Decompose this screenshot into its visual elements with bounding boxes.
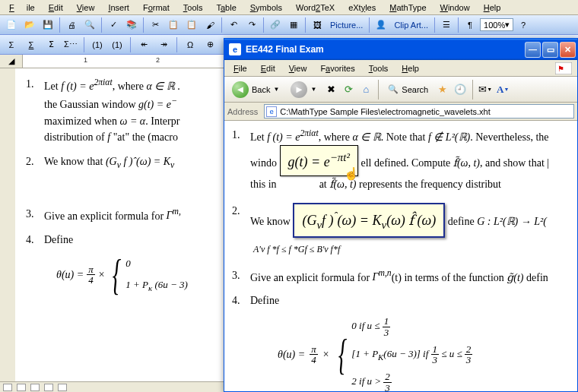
view-web-icon[interactable] (17, 384, 26, 391)
menu-format[interactable]: Format (137, 2, 176, 14)
menu-mathtype[interactable]: MathType (383, 2, 432, 14)
search-button[interactable]: 🔍 Search (383, 80, 433, 100)
ie-menu-help[interactable]: Help (395, 62, 425, 74)
list-item: Let f (t) = e2πiαt, where α ∈ ℝ. Note th… (250, 127, 574, 192)
insert-picture-icon[interactable]: 🖼 (309, 17, 326, 33)
spellcheck-icon[interactable]: ✓ (105, 17, 122, 33)
menu-help[interactable]: Help (478, 2, 507, 14)
address-input[interactable]: e C:\MathType Sample Files\electromagnet… (264, 104, 574, 119)
equation-highlight: (Gνf )ˆ(ω) = Kν(ω) f̂ (ω) (293, 203, 445, 238)
word-standard-toolbar: 📄 📂 💾 🖨 🔍 ✓ 📚 ✂ 📋 📋 🖌 ↶ ↷ 🔗 ▦ 🖼 Picture.… (0, 15, 578, 35)
forward-icon: ► (291, 81, 307, 98)
view-reading-icon[interactable] (58, 384, 67, 391)
hyperlink-icon[interactable]: 🔗 (267, 17, 284, 33)
ie-titlebar[interactable]: e EE442 Final Exam — ▭ ✕ (224, 39, 577, 60)
clipart-label[interactable]: Clip Art... (391, 21, 431, 30)
font-size-icon[interactable]: A▼ (495, 82, 510, 97)
ie-title: EE442 Final Exam (246, 44, 525, 55)
list-number: 1. (26, 76, 44, 146)
menu-word2tex[interactable]: Word2TeX (290, 2, 341, 14)
menu-window[interactable]: Window (434, 2, 476, 14)
new-doc-icon[interactable]: 📄 (3, 17, 20, 33)
close-button[interactable]: ✕ (560, 42, 576, 58)
maximize-button[interactable]: ▭ (542, 42, 558, 58)
ie-menubar: File Edit View Favorites Tools Help ⚑ (224, 60, 577, 77)
prev-eq-icon[interactable]: ↞ (135, 36, 152, 53)
menu-table[interactable]: Table (210, 2, 242, 14)
ie-menu-file[interactable]: File (227, 62, 253, 74)
ie-menu-tools[interactable]: Tools (363, 62, 395, 74)
cut-icon[interactable]: ✂ (147, 17, 164, 33)
menu-tools[interactable]: Tools (177, 2, 209, 14)
ie-toolbar: ◄ Back ▼ ► ▼ ✖ ⟳ ⌂ 🔍 Search ★ 🕘 ✉▼ A▼ (224, 77, 577, 103)
paren11-icon[interactable]: (1) (109, 36, 125, 53)
ie-window: e EE442 Final Exam — ▭ ✕ File Edit View … (224, 38, 578, 392)
favorites-icon[interactable]: ★ (435, 82, 450, 97)
columns-icon[interactable]: ☰ (438, 17, 455, 33)
open-icon[interactable]: 📂 (21, 17, 38, 33)
eq-toggle-icon[interactable]: Ω (182, 36, 198, 53)
list-number: 1. (232, 127, 250, 192)
ie-document[interactable]: 1. Let f (t) = e2πiαt, where α ∈ ℝ. Note… (224, 121, 577, 391)
view-outline-icon[interactable] (44, 384, 53, 391)
undo-icon[interactable]: ↶ (225, 17, 242, 33)
list-number: 2. (232, 203, 250, 257)
save-icon[interactable]: 💾 (40, 17, 56, 33)
forward-button[interactable]: ► ▼ (286, 80, 321, 100)
paste-icon[interactable]: 📋 (183, 17, 200, 33)
address-label: Address (227, 107, 261, 116)
copy-icon[interactable]: 📋 (165, 17, 182, 33)
list-number: 4. (26, 232, 44, 248)
tables-icon[interactable]: ▦ (285, 17, 302, 33)
menu-insert[interactable]: Insert (102, 2, 135, 14)
home-icon[interactable]: ⌂ (358, 82, 373, 97)
menu-view[interactable]: View (71, 2, 101, 14)
show-para-icon[interactable]: ¶ (462, 17, 478, 33)
format-painter-icon[interactable]: 🖌 (202, 17, 218, 33)
clipart-icon[interactable]: 👤 (373, 17, 389, 33)
research-icon[interactable]: 📚 (123, 17, 140, 33)
ie-addressbar: Address e C:\MathType Sample Files\elect… (224, 103, 577, 121)
picture-label[interactable]: Picture... (327, 21, 366, 30)
help-icon[interactable]: ? (515, 17, 532, 33)
search-icon: 🔍 (388, 84, 399, 94)
menu-edit[interactable]: Edit (43, 2, 69, 14)
eq-browse-icon[interactable]: ⊕ (202, 36, 218, 53)
refresh-icon[interactable]: ⟳ (341, 82, 356, 97)
page-icon: e (266, 106, 277, 117)
sigma-icon[interactable]: Σ (3, 36, 20, 53)
word-menubar: File Edit View Insert Format Tools Table… (0, 0, 578, 15)
list-item: We know (Gνf )ˆ(ω) = Kν(ω) f̂ (ω) define… (250, 203, 574, 257)
ie-throbber-icon: ⚑ (553, 62, 574, 75)
stop-icon[interactable]: ✖ (323, 82, 338, 97)
sigma-bar-icon[interactable]: Σ̄ (43, 36, 59, 53)
menu-file[interactable]: File (3, 2, 41, 14)
ie-menu-view[interactable]: View (283, 62, 313, 74)
ie-menu-favorites[interactable]: Favorites (314, 62, 360, 74)
print-icon[interactable]: 🖨 (63, 17, 80, 33)
minimize-button[interactable]: — (525, 42, 541, 58)
ie-app-icon: e (229, 43, 241, 55)
equation-tooltip: g(t) = e−πt² ☝ (280, 145, 358, 176)
next-eq-icon[interactable]: ↠ (155, 36, 172, 53)
list-number: 4. (232, 292, 250, 308)
back-icon: ◄ (232, 81, 249, 98)
menu-extyles[interactable]: eXtyles (342, 2, 382, 14)
view-normal-icon[interactable] (3, 384, 12, 391)
redo-icon[interactable]: ↷ (243, 17, 260, 33)
history-icon[interactable]: 🕘 (453, 82, 468, 97)
ruler-corner: ◢ (0, 55, 23, 68)
hand-cursor-icon: ☝ (344, 165, 359, 183)
zoom-combo[interactable]: 100%▾ (480, 18, 513, 31)
ie-menu-edit[interactable]: Edit (255, 62, 281, 74)
mail-icon[interactable]: ✉▼ (478, 82, 493, 97)
sigma-under-icon[interactable]: Σ (23, 36, 40, 53)
paren1-icon[interactable]: (1) (89, 36, 106, 53)
menu-symbols[interactable]: Symbols (244, 2, 288, 14)
back-button[interactable]: ◄ Back ▼ (227, 80, 284, 100)
view-print-icon[interactable] (30, 384, 40, 391)
list-item: Define (250, 292, 574, 308)
list-item: Give an explicit formula for Γm,n(t) in … (250, 267, 574, 286)
sigma-dots-icon[interactable]: Σ⋯ (62, 36, 79, 53)
preview-icon[interactable]: 🔍 (81, 17, 98, 33)
